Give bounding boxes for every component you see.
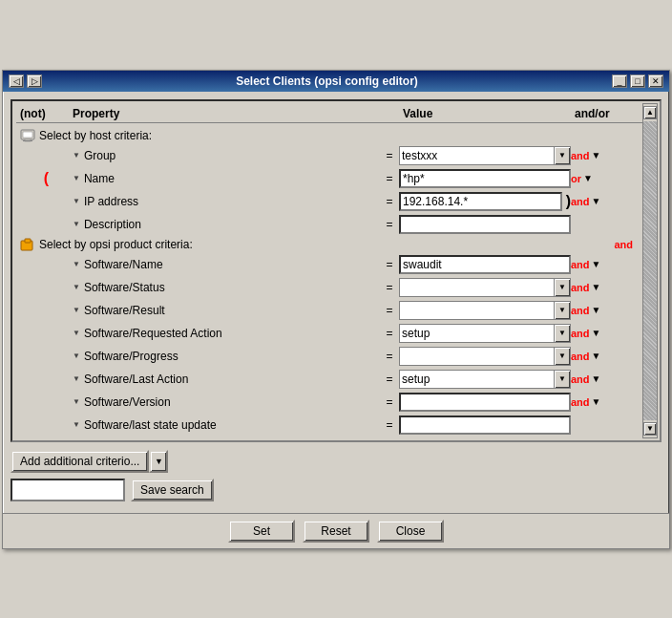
prop-sw-last-action: ▼ Software/Last Action bbox=[73, 373, 380, 386]
save-search-button[interactable]: Save search bbox=[131, 479, 214, 501]
collapse-sw-progress[interactable]: ▼ bbox=[73, 352, 80, 360]
select-sw-status[interactable]: ▼ bbox=[399, 278, 571, 297]
group-dropdown-btn[interactable]: ▼ bbox=[554, 146, 571, 165]
collapse-sw-last-state[interactable]: ▼ bbox=[73, 420, 80, 429]
andor-text-sw-version: and bbox=[571, 396, 590, 408]
andor-text-sw-req-action: and bbox=[571, 328, 590, 339]
select-sw-result[interactable]: ▼ bbox=[399, 301, 571, 320]
sw-req-action-input[interactable] bbox=[399, 324, 554, 343]
andor-group: and ▼ bbox=[571, 150, 633, 161]
reset-button[interactable]: Reset bbox=[303, 520, 369, 543]
scroll-track[interactable] bbox=[643, 121, 657, 420]
prop-sw-version: ▼ Software/Version bbox=[73, 395, 380, 409]
sw-status-input[interactable] bbox=[399, 278, 554, 297]
add-criteria-dropdown-button[interactable]: ▼ bbox=[149, 450, 168, 473]
eq-ip: = bbox=[380, 195, 399, 208]
set-button[interactable]: Set bbox=[228, 520, 295, 543]
main-window: ◁ ▷ Select Clients (opsi config editor) … bbox=[2, 70, 670, 549]
sw-version-input[interactable] bbox=[399, 393, 571, 412]
maximize-button[interactable]: □ bbox=[630, 75, 645, 88]
andor-dropdown-sw-version[interactable]: ▼ bbox=[592, 396, 601, 407]
collapse-sw-status[interactable]: ▼ bbox=[73, 283, 80, 291]
andor-text-sw-last-action: and bbox=[571, 373, 590, 385]
minimize-button[interactable]: _ bbox=[612, 75, 627, 88]
scroll-down-arrow[interactable]: ▼ bbox=[643, 422, 657, 436]
select-sw-req-action[interactable]: ▼ bbox=[399, 324, 571, 343]
collapse-sw-name[interactable]: ▼ bbox=[73, 260, 80, 268]
andor-sw-last-action: and ▼ bbox=[571, 373, 633, 385]
titlebar-right-controls: _ □ ✕ bbox=[612, 75, 663, 88]
titlebar-back-button[interactable]: ◁ bbox=[9, 75, 24, 88]
collapse-sw-req-action[interactable]: ▼ bbox=[73, 329, 80, 337]
collapse-sw-version[interactable]: ▼ bbox=[73, 397, 80, 406]
header-value: Value bbox=[403, 107, 575, 120]
eq-sw-version: = bbox=[380, 395, 399, 409]
collapse-group[interactable]: ▼ bbox=[73, 151, 80, 160]
value-name bbox=[399, 169, 571, 188]
collapse-description[interactable]: ▼ bbox=[73, 220, 80, 228]
close-button[interactable]: ✕ bbox=[648, 75, 663, 88]
host-section-header: Select by host criteria: bbox=[16, 127, 637, 144]
row-description: ▼ Description = bbox=[16, 213, 637, 236]
value-sw-last-state bbox=[399, 416, 571, 435]
andor-sw-version: and ▼ bbox=[571, 396, 633, 408]
titlebar-forward-button[interactable]: ▷ bbox=[27, 75, 42, 88]
row-name: ( ▼ Name = or ▼ bbox=[16, 167, 637, 190]
group-input[interactable] bbox=[399, 146, 554, 165]
ip-input[interactable] bbox=[399, 192, 562, 211]
content-area: ▲ ▼ (not) Property Value and/or bbox=[3, 92, 669, 509]
row-sw-last-state: ▼ Software/last state update = bbox=[16, 414, 637, 437]
prop-group: ▼ Group bbox=[73, 149, 380, 162]
prop-sw-last-state: ▼ Software/last state update bbox=[73, 418, 380, 432]
sw-name-input[interactable] bbox=[399, 255, 571, 274]
sw-progress-input[interactable] bbox=[399, 347, 554, 366]
description-input[interactable] bbox=[399, 215, 571, 234]
label-sw-result: Software/Result bbox=[84, 304, 165, 317]
value-sw-status: ▼ bbox=[399, 278, 571, 297]
add-criteria-button[interactable]: Add additional criterio... bbox=[10, 450, 149, 473]
collapse-name[interactable]: ▼ bbox=[73, 174, 80, 182]
sw-result-input[interactable] bbox=[399, 301, 554, 320]
sw-last-action-input[interactable] bbox=[399, 370, 554, 389]
sw-last-state-input[interactable] bbox=[399, 416, 571, 435]
label-description: Description bbox=[84, 218, 141, 231]
svg-rect-1 bbox=[23, 132, 32, 138]
prop-description: ▼ Description bbox=[73, 218, 380, 231]
sw-progress-dropdown-btn[interactable]: ▼ bbox=[554, 347, 571, 366]
andor-dropdown-sw-progress[interactable]: ▼ bbox=[592, 351, 601, 361]
andor-dropdown-sw-result[interactable]: ▼ bbox=[592, 305, 601, 315]
andor-ip: and ▼ bbox=[571, 196, 633, 207]
prop-sw-result: ▼ Software/Result bbox=[73, 304, 380, 317]
andor-dropdown-sw-last-action[interactable]: ▼ bbox=[592, 373, 601, 384]
sw-result-dropdown-btn[interactable]: ▼ bbox=[554, 301, 571, 320]
sw-status-dropdown-btn[interactable]: ▼ bbox=[554, 278, 571, 297]
collapse-sw-result[interactable]: ▼ bbox=[73, 306, 80, 314]
andor-dropdown-group[interactable]: ▼ bbox=[592, 150, 601, 160]
select-group[interactable]: ▼ bbox=[399, 146, 571, 165]
eq-sw-req-action: = bbox=[380, 327, 399, 340]
value-description bbox=[399, 215, 571, 234]
label-ip: IP address bbox=[84, 195, 138, 208]
close-button-footer[interactable]: Close bbox=[377, 520, 444, 543]
label-sw-last-state: Software/last state update bbox=[84, 418, 217, 432]
andor-dropdown-sw-req-action[interactable]: ▼ bbox=[592, 328, 601, 338]
sw-last-action-dropdown-btn[interactable]: ▼ bbox=[554, 370, 571, 389]
select-sw-progress[interactable]: ▼ bbox=[399, 347, 571, 366]
andor-name: or ▼ bbox=[571, 173, 633, 184]
value-sw-progress: ▼ bbox=[399, 347, 571, 366]
value-group: ▼ bbox=[399, 146, 571, 165]
andor-dropdown-ip[interactable]: ▼ bbox=[592, 196, 601, 206]
select-sw-last-action[interactable]: ▼ bbox=[399, 370, 571, 389]
collapse-ip[interactable]: ▼ bbox=[73, 197, 80, 205]
andor-dropdown-name[interactable]: ▼ bbox=[583, 173, 593, 183]
andor-dropdown-sw-status[interactable]: ▼ bbox=[592, 282, 601, 292]
collapse-sw-last-action[interactable]: ▼ bbox=[73, 374, 80, 383]
scroll-up-arrow[interactable]: ▲ bbox=[643, 106, 657, 119]
sw-req-action-dropdown-btn[interactable]: ▼ bbox=[554, 324, 571, 343]
andor-dropdown-sw-name[interactable]: ▼ bbox=[592, 259, 601, 269]
eq-sw-progress: = bbox=[380, 350, 399, 363]
save-search-input[interactable] bbox=[10, 479, 125, 501]
andor-text-group: and bbox=[571, 150, 590, 161]
vertical-scrollbar[interactable]: ▲ ▼ bbox=[642, 103, 658, 438]
name-input[interactable] bbox=[399, 169, 571, 188]
